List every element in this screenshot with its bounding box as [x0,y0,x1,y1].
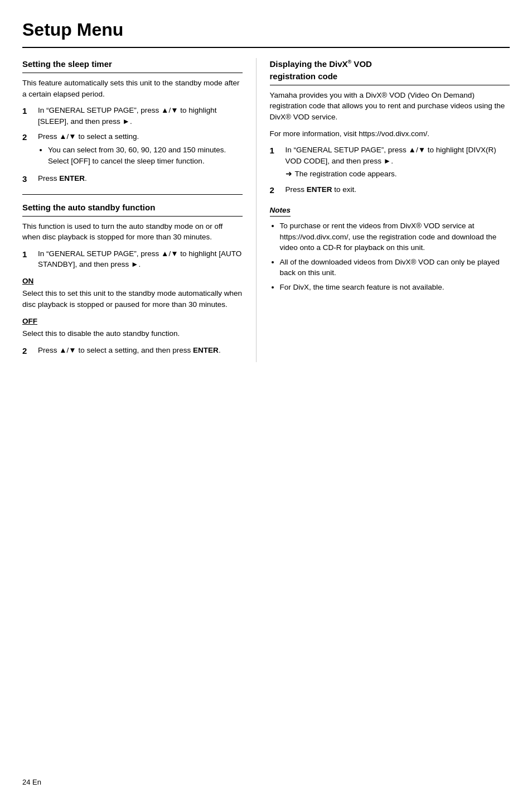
sleep-step-3: 3 Press ENTER. [22,173,243,185]
on-body: Select this to set this unit to the stan… [22,288,243,310]
auto-standby-steps-1: 1 In “GENERAL SETUP PAGE”, press ▲/▼ to … [22,248,243,270]
sleep-step-2-sub-item: You can select from 30, 60, 90, 120 and … [48,145,243,166]
sleep-step-1-text: In “GENERAL SETUP PAGE”, press ▲/▼ to hi… [38,105,243,127]
sleep-timer-section: Setting the sleep timer This feature aut… [22,58,243,185]
enter-bold-3: ENTER [307,185,332,194]
auto-standby-section: Setting the auto standby function This f… [22,201,243,357]
divx-step-1-text: In “GENERAL SETUP PAGE”, press ▲/▼ to hi… [286,146,496,165]
divx-section-title: Displaying the DivX® VODregistration cod… [270,58,510,85]
sleep-timer-steps: 1 In “GENERAL SETUP PAGE”, press ▲/▼ to … [22,105,243,185]
divx-section: Displaying the DivX® VODregistration cod… [270,58,510,292]
divx-body-1: Yamaha provides you with a DivX® VOD (Vi… [270,90,510,123]
auto-standby-title: Setting the auto standby function [22,201,243,217]
sleep-step-2-text: Press ▲/▼ to select a setting. [38,132,139,141]
divx-step-number-2: 2 [270,184,282,196]
divx-steps: 1 In “GENERAL SETUP PAGE”, press ▲/▼ to … [270,145,510,196]
on-subsection: ON Select this to set this unit to the s… [22,276,243,310]
divx-arrow-note-text: The registration code appears. [295,169,397,180]
enter-bold-1: ENTER [59,174,85,182]
divx-step-1: 1 In “GENERAL SETUP PAGE”, press ▲/▼ to … [270,145,510,180]
divx-body-2: For more information, visit https://vod.… [270,128,510,140]
auto-standby-steps-2: 2 Press ▲/▼ to select a setting, and the… [22,345,243,357]
auto-step-1: 1 In “GENERAL SETUP PAGE”, press ▲/▼ to … [22,248,243,270]
divx-step-1-content: In “GENERAL SETUP PAGE”, press ▲/▼ to hi… [286,145,510,180]
sleep-step-2-content: Press ▲/▼ to select a setting. You can s… [38,131,243,169]
enter-bold-2: ENTER [193,346,219,354]
sleep-step-2-sublist: You can select from 30, 60, 90, 120 and … [38,145,243,166]
auto-step-number-1: 1 [22,248,35,261]
step-number-3: 3 [22,173,35,185]
on-title: ON [22,276,243,287]
page-footer: 24 En [22,777,41,788]
step-number-1: 1 [22,105,35,117]
page-title: Setup Menu [22,17,510,48]
note-item-3: For DivX, the time search feature is not… [280,282,510,293]
off-title: OFF [22,316,243,327]
sleep-step-3-text: Press ENTER. [38,173,243,184]
sleep-step-2: 2 Press ▲/▼ to select a setting. You can… [22,131,243,169]
left-column: Setting the sleep timer This feature aut… [22,58,257,362]
auto-standby-body: This function is used to turn the auto s… [22,221,243,243]
notes-list: To purchase or rent the videos from DivX… [270,220,510,292]
divx-arrow-note: ➜ The registration code appears. [286,169,510,180]
off-subsection: OFF Select this to disable the auto stan… [22,316,243,339]
note-item-2: All of the downloaded videos from DivX® … [280,257,510,278]
divx-step-2: 2 Press ENTER to exit. [270,184,510,196]
off-body: Select this to disable the auto standby … [22,328,243,339]
auto-step-number-2: 2 [22,345,35,357]
note-item-1: To purchase or rent the videos from DivX… [280,220,510,253]
auto-step-2: 2 Press ▲/▼ to select a setting, and the… [22,345,243,357]
notes-section: Notes To purchase or rent the videos fro… [270,204,510,293]
sleep-timer-title: Setting the sleep timer [22,58,243,73]
sleep-step-1: 1 In “GENERAL SETUP PAGE”, press ▲/▼ to … [22,105,243,127]
divx-step-2-text: Press ENTER to exit. [286,184,510,195]
section-divider [22,194,243,195]
auto-step-1-text: In “GENERAL SETUP PAGE”, press ▲/▼ to hi… [38,248,243,270]
auto-step-2-text: Press ▲/▼ to select a setting, and then … [38,345,243,356]
step-number-2: 2 [22,131,35,143]
notes-title: Notes [270,205,291,217]
arrow-symbol: ➜ [286,169,292,180]
right-column: Displaying the DivX® VODregistration cod… [257,58,510,362]
sleep-timer-body: This feature automatically sets this uni… [22,78,243,99]
divx-step-number-1: 1 [270,145,282,157]
